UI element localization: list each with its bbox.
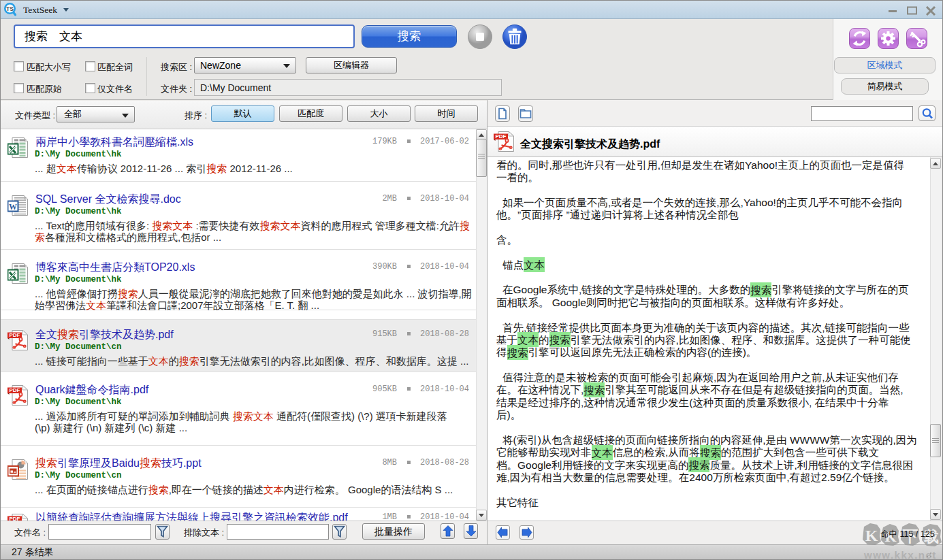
svg-text:PDF: PDF (496, 133, 507, 139)
svg-text:TS: TS (6, 5, 14, 12)
svg-text:K: K (865, 527, 878, 544)
